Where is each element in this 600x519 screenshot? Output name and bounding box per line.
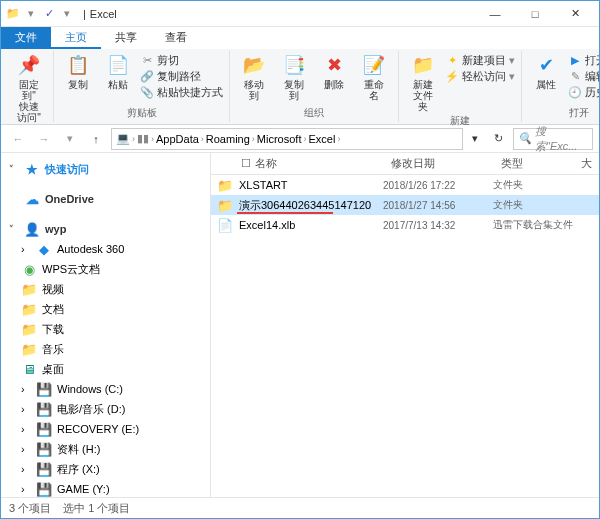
item-label: 资料 (H:) bbox=[57, 442, 100, 457]
newfolder-label: 新建 文件夹 bbox=[409, 79, 437, 112]
item-label: WPS云文档 bbox=[42, 262, 100, 277]
rename-icon: 📝 bbox=[362, 53, 386, 77]
nav-autodesk[interactable]: ›◆Autodesk 360 bbox=[1, 239, 210, 259]
copy-path-button[interactable]: 🔗复制路径 bbox=[140, 69, 223, 84]
nav-documents[interactable]: 📁文档 bbox=[1, 299, 210, 319]
downloads-icon: 📁 bbox=[21, 321, 37, 337]
maximize-button[interactable]: □ bbox=[515, 1, 555, 27]
delete-icon: ✖ bbox=[322, 53, 346, 77]
col-name[interactable]: ☐名称 bbox=[211, 156, 383, 171]
crumb-excel[interactable]: Excel bbox=[308, 133, 335, 145]
crumb-appdata[interactable]: AppData bbox=[156, 133, 199, 145]
nav-user[interactable]: ˅👤wyp bbox=[1, 219, 210, 239]
file-list[interactable]: 📁 XLSTART 2018/1/26 17:22 文件夹 📁 演示306440… bbox=[211, 175, 599, 497]
up-button[interactable]: ↑ bbox=[85, 128, 107, 150]
new-folder-button[interactable]: 📁新建 文件夹 bbox=[405, 51, 441, 114]
nav-drive-e[interactable]: ›💾RECOVERY (E:) bbox=[1, 419, 210, 439]
forward-button[interactable]: → bbox=[33, 128, 55, 150]
cut-icon: ✂ bbox=[140, 54, 154, 68]
desktop-icon: 🖥 bbox=[21, 361, 37, 377]
paste-button[interactable]: 📄 粘贴 bbox=[100, 51, 136, 92]
nav-wps[interactable]: ◉WPS云文档 bbox=[1, 259, 210, 279]
open-button[interactable]: ▶打开▾ bbox=[568, 53, 600, 68]
search-input[interactable]: 🔍 搜索"Exc... bbox=[513, 128, 593, 150]
file-name: Excel14.xlb bbox=[239, 219, 383, 231]
tab-share[interactable]: 共享 bbox=[101, 27, 151, 49]
paste-label: 粘贴 bbox=[108, 79, 128, 90]
quick-label: 快速访问 bbox=[45, 162, 89, 177]
breadcrumb[interactable]: 💻› ▮▮› AppData› Roaming› Microsoft› Exce… bbox=[111, 128, 463, 150]
table-row[interactable]: 📁 XLSTART 2018/1/26 17:22 文件夹 bbox=[211, 175, 599, 195]
nav-drive-h[interactable]: ›💾资料 (H:) bbox=[1, 439, 210, 459]
tab-file[interactable]: 文件 bbox=[1, 27, 51, 49]
item-count: 3 个项目 bbox=[9, 501, 51, 516]
nav-videos[interactable]: 📁视频 bbox=[1, 279, 210, 299]
titlebar: 📁 ▾ ✓ ▾ | Excel — □ ✕ bbox=[1, 1, 599, 27]
minimize-button[interactable]: — bbox=[475, 1, 515, 27]
collapse-ribbon-icon[interactable]: ˇ bbox=[577, 107, 593, 123]
col-type[interactable]: 类型 bbox=[493, 156, 573, 171]
history-button[interactable]: 🕘历史记录 bbox=[568, 85, 600, 100]
nav-quick-access[interactable]: ˅★快速访问 bbox=[1, 159, 210, 179]
column-headers[interactable]: ☐名称 修改日期 类型 大 bbox=[211, 153, 599, 175]
tab-home[interactable]: 主页 bbox=[51, 27, 101, 49]
selected-count: 选中 1 个项目 bbox=[63, 501, 130, 516]
nav-drive-c[interactable]: ›💾Windows (C:) bbox=[1, 379, 210, 399]
col-date[interactable]: 修改日期 bbox=[383, 156, 493, 171]
edit-icon: ✎ bbox=[568, 70, 582, 84]
table-row[interactable]: 📁 演示306440263445147120 2018/1/27 14:56 文… bbox=[211, 195, 599, 215]
properties-button[interactable]: ✔属性 bbox=[528, 51, 564, 92]
refresh-button[interactable]: ↻ bbox=[487, 128, 509, 150]
music-icon: 📁 bbox=[21, 341, 37, 357]
copy-to-button[interactable]: 📑复制到 bbox=[276, 51, 312, 103]
table-row[interactable]: 📄 Excel14.xlb 2017/7/13 14:32 迅雷下载合集文件 bbox=[211, 215, 599, 235]
history-icon: 🕘 bbox=[568, 86, 582, 100]
delete-button[interactable]: ✖删除 bbox=[316, 51, 352, 92]
user-label: wyp bbox=[45, 223, 66, 235]
edit-button[interactable]: ✎编辑 bbox=[568, 69, 600, 84]
dropdown-button[interactable]: ▾ bbox=[467, 128, 483, 150]
navigation-pane[interactable]: ˅★快速访问 ☁OneDrive ˅👤wyp ›◆Autodesk 360 ◉W… bbox=[1, 153, 211, 497]
wps-icon: ◉ bbox=[21, 261, 37, 277]
back-button[interactable]: ← bbox=[7, 128, 29, 150]
clipboard-stack: ✂剪切 🔗复制路径 📎粘贴快捷方式 bbox=[140, 51, 223, 100]
crumb-roaming[interactable]: Roaming bbox=[206, 133, 250, 145]
nav-drive-d[interactable]: ›💾电影/音乐 (D:) bbox=[1, 399, 210, 419]
new-item-button[interactable]: ✦新建项目▾ bbox=[445, 53, 515, 68]
crumb-user[interactable]: ▮▮ bbox=[137, 132, 149, 145]
item-label: 桌面 bbox=[42, 362, 64, 377]
recent-dropdown[interactable]: ▾ bbox=[59, 128, 81, 150]
paste-shortcut-button[interactable]: 📎粘贴快捷方式 bbox=[140, 85, 223, 100]
open-stack: ▶打开▾ ✎编辑 🕘历史记录 bbox=[568, 51, 600, 100]
newfolder-icon: 📁 bbox=[411, 53, 435, 77]
nav-onedrive[interactable]: ☁OneDrive bbox=[1, 189, 210, 209]
pin-label: 固定到" 快速访问" bbox=[15, 79, 43, 123]
search-placeholder: 搜索"Exc... bbox=[535, 124, 588, 154]
pin-to-quick-access-button[interactable]: 📌 固定到" 快速访问" bbox=[11, 51, 47, 125]
nav-desktop[interactable]: 🖥桌面 bbox=[1, 359, 210, 379]
properties-label: 属性 bbox=[536, 79, 556, 90]
nav-drive-x[interactable]: ›💾程序 (X:) bbox=[1, 459, 210, 479]
easy-access-button[interactable]: ⚡轻松访问▾ bbox=[445, 69, 515, 84]
copy-button[interactable]: 📋 复制 bbox=[60, 51, 96, 92]
qat-check-icon[interactable]: ✓ bbox=[41, 6, 57, 22]
file-date: 2017/7/13 14:32 bbox=[383, 220, 493, 231]
open-label: 打开 bbox=[585, 53, 600, 68]
rename-button[interactable]: 📝重命 名 bbox=[356, 51, 392, 103]
copyto-label: 复制到 bbox=[280, 79, 308, 101]
col-size[interactable]: 大 bbox=[573, 156, 599, 171]
window-controls: — □ ✕ bbox=[475, 1, 595, 27]
move-to-button[interactable]: 📂移动到 bbox=[236, 51, 272, 103]
annotation-underline bbox=[237, 212, 333, 214]
close-button[interactable]: ✕ bbox=[555, 1, 595, 27]
crumb-microsoft[interactable]: Microsoft bbox=[257, 133, 302, 145]
folder-icon: 📁 bbox=[211, 198, 239, 213]
folder-icon: 📁 bbox=[5, 6, 21, 22]
nav-downloads[interactable]: 📁下载 bbox=[1, 319, 210, 339]
qat-dropdown-icon[interactable]: ▾ bbox=[23, 6, 39, 22]
tab-view[interactable]: 查看 bbox=[151, 27, 201, 49]
nav-music[interactable]: 📁音乐 bbox=[1, 339, 210, 359]
cut-button[interactable]: ✂剪切 bbox=[140, 53, 223, 68]
window-title: Excel bbox=[90, 8, 117, 20]
nav-drive-y[interactable]: ›💾GAME (Y:) bbox=[1, 479, 210, 497]
